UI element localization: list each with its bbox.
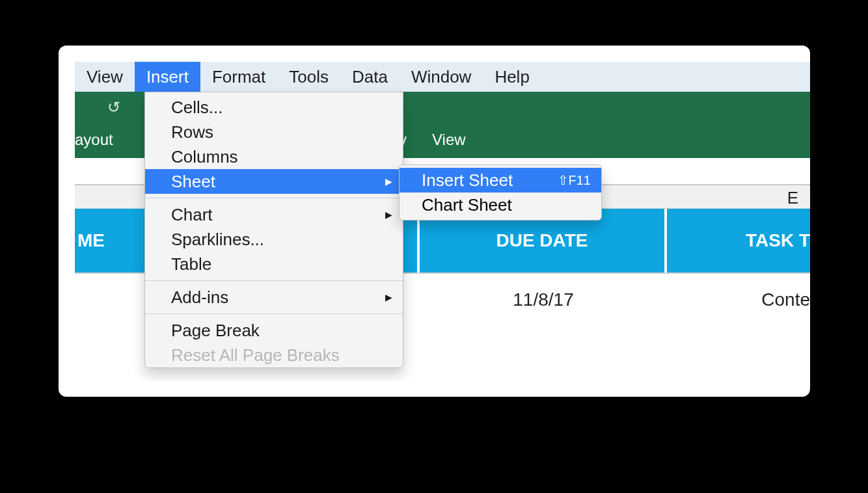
menu-data[interactable]: Data bbox=[340, 62, 400, 92]
menubar: View Insert Format Tools Data Window Hel… bbox=[75, 62, 810, 92]
sheet-submenu: Insert Sheet ⇧F11 Chart Sheet bbox=[399, 165, 602, 220]
submenu-arrow-icon: ▶ bbox=[385, 176, 392, 187]
menu-separator bbox=[145, 198, 403, 198]
menu-format[interactable]: Format bbox=[200, 62, 277, 92]
menu-window[interactable]: Window bbox=[400, 62, 483, 92]
th-task[interactable]: TASK T bbox=[667, 209, 810, 273]
submenu-arrow-icon: ▶ bbox=[385, 292, 392, 302]
cell-due-date[interactable]: 11/8/17 bbox=[420, 274, 667, 326]
menu-item-page-break[interactable]: Page Break bbox=[145, 318, 403, 343]
app-window-frame: View Insert Format Tools Data Window Hel… bbox=[59, 46, 810, 397]
menu-item-addins[interactable]: Add-ins ▶ bbox=[145, 285, 403, 310]
menu-view[interactable]: View bbox=[75, 62, 135, 92]
menu-item-columns[interactable]: Columns bbox=[145, 144, 403, 169]
column-header-e[interactable]: E bbox=[787, 188, 798, 208]
menu-separator bbox=[145, 280, 403, 281]
submenu-item-insert-sheet[interactable]: Insert Sheet ⇧F11 bbox=[400, 168, 601, 193]
insert-menu-dropdown: Cells... Rows Columns Sheet ▶ Chart ▶ Sp… bbox=[144, 92, 403, 368]
menu-item-reset-page-breaks: Reset All Page Breaks bbox=[145, 343, 403, 367]
undo-icon[interactable]: ↺ bbox=[107, 98, 120, 116]
menu-item-table[interactable]: Table bbox=[145, 252, 403, 276]
menu-item-cells[interactable]: Cells... bbox=[145, 95, 403, 120]
menu-separator bbox=[145, 313, 403, 314]
submenu-arrow-icon: ▶ bbox=[385, 209, 392, 220]
menu-tools[interactable]: Tools bbox=[277, 62, 340, 92]
menu-insert[interactable]: Insert bbox=[135, 62, 200, 92]
submenu-item-chart-sheet[interactable]: Chart Sheet bbox=[400, 193, 601, 217]
menu-help[interactable]: Help bbox=[483, 62, 541, 92]
ribbon-tab-view[interactable]: View bbox=[432, 131, 466, 149]
menu-item-sheet[interactable]: Sheet ▶ bbox=[145, 169, 403, 194]
menu-item-chart[interactable]: Chart ▶ bbox=[145, 202, 403, 227]
ribbon-tab-layout[interactable]: ayout bbox=[75, 131, 113, 149]
cell-task[interactable]: Conte bbox=[667, 274, 810, 326]
menu-item-rows[interactable]: Rows bbox=[145, 120, 403, 144]
app-inner: View Insert Format Tools Data Window Hel… bbox=[75, 62, 810, 380]
shortcut-label: ⇧F11 bbox=[558, 172, 591, 188]
menu-item-sparklines[interactable]: Sparklines... bbox=[145, 227, 403, 252]
